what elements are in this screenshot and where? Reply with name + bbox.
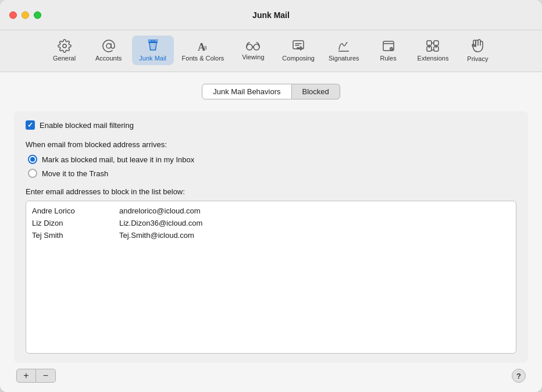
toolbar-label-signatures: Signatures bbox=[329, 55, 359, 62]
close-button[interactable] bbox=[9, 11, 17, 19]
radio-label-move-trash: Move it to the Trash bbox=[42, 169, 108, 178]
email-name-0: Andre Lorico bbox=[32, 206, 119, 215]
svg-point-0 bbox=[106, 44, 111, 48]
window-title: Junk Mail bbox=[252, 10, 290, 20]
toolbar-label-privacy: Privacy bbox=[467, 55, 488, 62]
email-addr-0: andrelorico@icloud.com bbox=[119, 206, 201, 215]
compose-icon bbox=[291, 39, 305, 53]
tab-bar: Junk Mail Behaviors Blocked bbox=[14, 84, 528, 99]
email-list[interactable]: Andre Lorico andrelorico@icloud.com Liz … bbox=[26, 201, 516, 354]
radio-move-trash[interactable] bbox=[28, 169, 37, 178]
toolbar-item-privacy[interactable]: Privacy bbox=[457, 35, 498, 66]
toolbar-label-fonts-colors: Fonts & Colors bbox=[182, 55, 224, 62]
help-button[interactable]: ? bbox=[512, 369, 526, 383]
hand-icon bbox=[471, 38, 484, 54]
svg-point-7 bbox=[247, 44, 252, 50]
content-area: Junk Mail Behaviors Blocked ✓ Enable blo… bbox=[0, 72, 542, 392]
radio-group: Mark as blocked mail, but leave it in my… bbox=[28, 155, 516, 178]
when-label: When email from blocked address arrives: bbox=[26, 140, 516, 149]
email-row-1[interactable]: Liz Dizon Liz.Dizon36@icloud.com bbox=[26, 217, 516, 229]
toolbar-label-composing: Composing bbox=[282, 55, 315, 62]
svg-text:a: a bbox=[204, 42, 207, 51]
toolbar-label-accounts: Accounts bbox=[95, 55, 122, 62]
signature-icon bbox=[337, 39, 351, 53]
glasses-icon bbox=[245, 40, 261, 52]
toolbar-item-rules[interactable]: Rules bbox=[368, 35, 409, 65]
font-icon: A a bbox=[196, 39, 210, 53]
add-remove-group: + − bbox=[16, 369, 56, 383]
toolbar-item-accounts[interactable]: Accounts bbox=[88, 35, 130, 65]
toolbar-item-junk-mail[interactable]: Junk Mail bbox=[132, 35, 174, 65]
email-row-2[interactable]: Tej Smith Tej.Smith@icloud.com bbox=[26, 229, 516, 241]
titlebar: Junk Mail bbox=[0, 0, 542, 30]
toolbar-item-viewing[interactable]: Viewing bbox=[232, 37, 274, 64]
svg-point-8 bbox=[254, 44, 259, 50]
svg-rect-14 bbox=[434, 41, 438, 45]
toolbar-label-general: General bbox=[53, 55, 76, 62]
radio-label-mark-blocked: Mark as blocked mail, but leave it in my… bbox=[42, 155, 194, 164]
at-icon bbox=[102, 39, 116, 53]
svg-rect-13 bbox=[427, 41, 432, 45]
email-name-2: Tej Smith bbox=[32, 231, 119, 240]
email-row-0[interactable]: Andre Lorico andrelorico@icloud.com bbox=[26, 205, 516, 217]
checkmark-icon: ✓ bbox=[27, 122, 33, 129]
rules-icon bbox=[381, 39, 395, 53]
trash-filter-icon bbox=[146, 39, 160, 53]
gear-icon bbox=[58, 39, 72, 53]
tab-junk-mail-behaviors[interactable]: Junk Mail Behaviors bbox=[202, 84, 291, 99]
toolbar-item-general[interactable]: General bbox=[44, 35, 85, 65]
toolbar-label-viewing: Viewing bbox=[242, 54, 264, 60]
email-addr-2: Tej.Smith@icloud.com bbox=[119, 231, 194, 240]
toolbar-label-extensions: Extensions bbox=[418, 55, 449, 62]
radio-row-move-trash[interactable]: Move it to the Trash bbox=[28, 169, 516, 178]
list-label: Enter email addresses to block in the li… bbox=[26, 187, 516, 196]
enable-checkbox[interactable]: ✓ bbox=[26, 120, 35, 130]
extensions-icon bbox=[425, 39, 440, 53]
enable-checkbox-label: Enable blocked mail filtering bbox=[40, 121, 134, 130]
section-panel: ✓ Enable blocked mail filtering When ema… bbox=[14, 111, 528, 363]
add-button[interactable]: + bbox=[16, 369, 36, 383]
enable-checkbox-row: ✓ Enable blocked mail filtering bbox=[26, 120, 516, 130]
toolbar-label-junk-mail: Junk Mail bbox=[139, 55, 166, 62]
toolbar-item-fonts-colors[interactable]: A a Fonts & Colors bbox=[176, 35, 230, 65]
svg-rect-1 bbox=[148, 41, 158, 43]
radio-row-mark-blocked[interactable]: Mark as blocked mail, but leave it in my… bbox=[28, 155, 516, 164]
main-window: Junk Mail General Accounts bbox=[0, 0, 542, 392]
minimize-button[interactable] bbox=[22, 11, 29, 19]
toolbar: General Accounts bbox=[0, 30, 542, 72]
email-addr-1: Liz.Dizon36@icloud.com bbox=[119, 219, 202, 227]
maximize-button[interactable] bbox=[34, 11, 41, 19]
toolbar-item-extensions[interactable]: Extensions bbox=[412, 35, 455, 65]
toolbar-item-composing[interactable]: Composing bbox=[276, 35, 320, 65]
remove-button[interactable]: − bbox=[36, 369, 56, 383]
window-controls bbox=[9, 11, 41, 19]
radio-mark-blocked[interactable] bbox=[28, 155, 37, 164]
bottom-bar: + − ? bbox=[14, 363, 528, 383]
toolbar-item-signatures[interactable]: Signatures bbox=[323, 35, 365, 65]
toolbar-label-rules: Rules bbox=[380, 55, 397, 62]
email-name-1: Liz Dizon bbox=[32, 219, 119, 227]
tab-blocked[interactable]: Blocked bbox=[292, 84, 340, 99]
